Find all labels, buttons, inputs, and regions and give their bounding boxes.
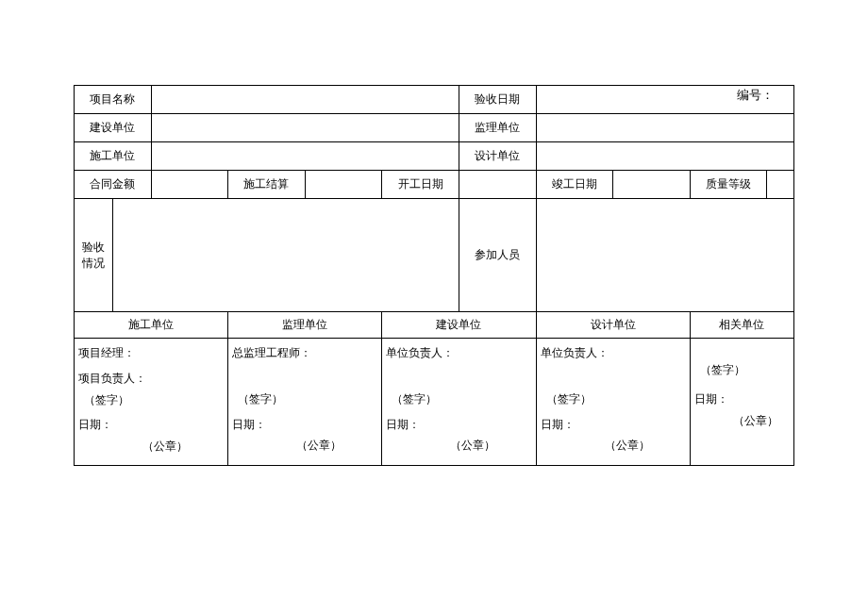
related-date: 日期： bbox=[694, 389, 790, 410]
design-seal: （公章） bbox=[541, 435, 686, 456]
finish-date-value bbox=[613, 171, 691, 199]
sig-header-supervise: 监理单位 bbox=[228, 312, 382, 339]
supervise-l1: 总监理工程师： bbox=[232, 342, 377, 364]
design-sign: （签字） bbox=[541, 389, 686, 410]
related-sign: （签字） bbox=[694, 359, 790, 381]
participants-value bbox=[536, 199, 793, 312]
build-date: 日期： bbox=[386, 414, 531, 436]
sig-body-construct: 项目经理： 项目负责人： （签字） 日期： （公章） bbox=[75, 339, 228, 466]
design-l1: 单位负责人： bbox=[541, 342, 686, 364]
build-unit-label: 建设单位 bbox=[75, 114, 152, 142]
supervise-unit-label: 监理单位 bbox=[459, 114, 536, 142]
sig-header-design: 设计单位 bbox=[536, 312, 690, 339]
start-date-value bbox=[459, 171, 536, 199]
supervise-unit-value bbox=[536, 114, 793, 142]
participants-label: 参加人员 bbox=[459, 199, 536, 312]
sig-header-construct: 施工单位 bbox=[75, 312, 228, 339]
related-seal: （公章） bbox=[694, 410, 790, 432]
accept-status-label: 验收 情况 bbox=[75, 199, 113, 312]
construct-l1: 项目经理： bbox=[78, 342, 224, 364]
project-name-value bbox=[151, 86, 459, 114]
project-name-label: 项目名称 bbox=[75, 86, 152, 114]
design-date: 日期： bbox=[541, 414, 686, 436]
sig-body-related: （签字） 日期： （公章） bbox=[690, 339, 793, 466]
finish-date-label: 竣工日期 bbox=[536, 171, 613, 199]
build-seal: （公章） bbox=[386, 435, 531, 456]
quality-label: 质量等级 bbox=[690, 171, 767, 199]
start-date-label: 开工日期 bbox=[382, 171, 459, 199]
form-table: 项目名称 验收日期 建设单位 监理单位 施工单位 设计单位 合同金额 施工结算 … bbox=[74, 85, 794, 466]
build-l1: 单位负责人： bbox=[386, 342, 531, 364]
serial-number-label: 编号： bbox=[737, 87, 774, 104]
settlement-value bbox=[305, 171, 382, 199]
supervise-seal: （公章） bbox=[232, 435, 377, 456]
accept-status-value bbox=[112, 199, 459, 312]
design-unit-label: 设计单位 bbox=[459, 142, 536, 171]
sig-header-build: 建设单位 bbox=[382, 312, 536, 339]
sig-body-design: 单位负责人： （签字） 日期： （公章） bbox=[536, 339, 690, 466]
construct-sign: （签字） bbox=[78, 390, 224, 411]
serial-label-text: 编号： bbox=[737, 88, 774, 102]
construct-unit-label: 施工单位 bbox=[75, 142, 152, 171]
construct-date: 日期： bbox=[78, 414, 224, 436]
contract-amount-value bbox=[151, 171, 228, 199]
construct-unit-value bbox=[151, 142, 459, 171]
build-sign: （签字） bbox=[386, 389, 531, 410]
supervise-sign: （签字） bbox=[232, 389, 377, 410]
construct-seal: （公章） bbox=[78, 436, 224, 457]
sig-header-related: 相关单位 bbox=[690, 312, 793, 339]
construct-l2: 项目负责人： bbox=[78, 368, 224, 390]
accept-date-label: 验收日期 bbox=[459, 86, 536, 114]
sig-body-supervise: 总监理工程师： （签字） 日期： （公章） bbox=[228, 339, 382, 466]
build-unit-value bbox=[151, 114, 459, 142]
sig-body-build: 单位负责人： （签字） 日期： （公章） bbox=[382, 339, 536, 466]
quality-value bbox=[767, 171, 794, 199]
settlement-label: 施工结算 bbox=[228, 171, 306, 199]
supervise-date: 日期： bbox=[232, 414, 377, 436]
design-unit-value bbox=[536, 142, 793, 171]
contract-amount-label: 合同金额 bbox=[75, 171, 152, 199]
